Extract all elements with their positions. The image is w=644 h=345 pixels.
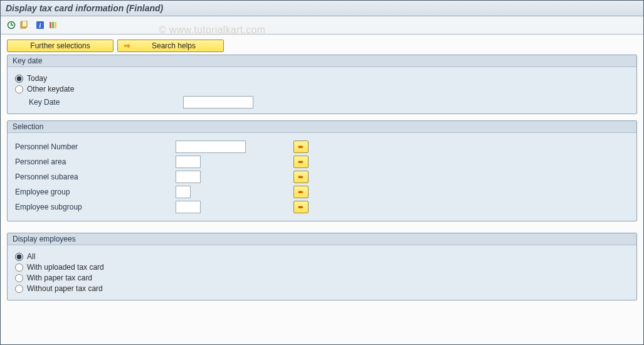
- svg-rect-6: [52, 22, 54, 28]
- display-employees-title: Display employees: [8, 233, 636, 245]
- personnel-subarea-input[interactable]: [176, 171, 201, 183]
- radio-without[interactable]: [15, 285, 23, 293]
- svg-rect-5: [50, 22, 51, 28]
- multi-select-employee-subgroup[interactable]: ➨: [293, 201, 309, 213]
- search-helps-button[interactable]: ⇨ Search helps: [117, 40, 224, 52]
- display-employees-group: Display employees All With uploaded tax …: [7, 233, 637, 300]
- personnel-number-label: Personnel Number: [15, 142, 176, 151]
- employee-subgroup-label: Employee subgroup: [15, 203, 176, 211]
- further-selections-label: Further selections: [30, 41, 90, 50]
- radio-uploaded-label: With uploaded tax card: [27, 263, 104, 272]
- employee-group-input[interactable]: [176, 186, 191, 198]
- info-icon[interactable]: i: [34, 19, 46, 31]
- employee-group-label: Employee group: [15, 188, 176, 196]
- further-selections-button[interactable]: Further selections: [7, 40, 113, 52]
- multi-select-employee-group[interactable]: ➨: [293, 186, 309, 198]
- get-variant-icon[interactable]: [18, 19, 29, 31]
- radio-without-label: Without paper tax card: [27, 284, 103, 293]
- radio-other-keydate[interactable]: [15, 85, 23, 93]
- content-area: Further selections ⇨ Search helps Key da…: [1, 34, 643, 312]
- selection-group: Selection Personnel Number ➨ Personnel a…: [7, 120, 637, 221]
- layout-icon[interactable]: [47, 19, 58, 31]
- key-date-field-label: Key Date: [29, 98, 117, 107]
- svg-rect-2: [22, 21, 27, 27]
- personnel-area-input[interactable]: [176, 156, 201, 168]
- multi-select-personnel-number[interactable]: ➨: [293, 141, 309, 153]
- svg-rect-7: [55, 22, 56, 28]
- button-row: Further selections ⇨ Search helps: [7, 40, 637, 52]
- key-date-input[interactable]: [183, 96, 253, 109]
- multi-select-personnel-area[interactable]: ➨: [293, 156, 309, 168]
- svg-text:i: i: [40, 22, 41, 29]
- page-title: Display tax card information (Finland): [6, 3, 163, 13]
- title-bar: Display tax card information (Finland): [1, 1, 643, 16]
- key-date-group: Key date Today Other keydate Key Date: [7, 55, 637, 114]
- radio-paper[interactable]: [15, 274, 23, 282]
- radio-uploaded[interactable]: [15, 263, 23, 272]
- personnel-area-label: Personnel area: [15, 157, 176, 166]
- search-helps-label: Search helps: [130, 41, 217, 50]
- selection-title: Selection: [8, 121, 636, 133]
- radio-today[interactable]: [15, 75, 23, 83]
- toolbar: i: [1, 16, 643, 34]
- key-date-title: Key date: [8, 55, 636, 67]
- multi-select-personnel-subarea[interactable]: ➨: [293, 171, 309, 183]
- radio-today-label: Today: [27, 74, 47, 83]
- execute-icon[interactable]: [6, 19, 17, 31]
- radio-other-keydate-label: Other keydate: [27, 85, 74, 93]
- arrow-right-icon: ⇨: [124, 41, 130, 50]
- radio-all[interactable]: [15, 253, 23, 261]
- radio-all-label: All: [27, 252, 35, 261]
- employee-subgroup-input[interactable]: [176, 201, 201, 213]
- radio-paper-label: With paper tax card: [27, 273, 92, 282]
- personnel-number-input[interactable]: [176, 141, 246, 153]
- personnel-subarea-label: Personnel subarea: [15, 172, 176, 181]
